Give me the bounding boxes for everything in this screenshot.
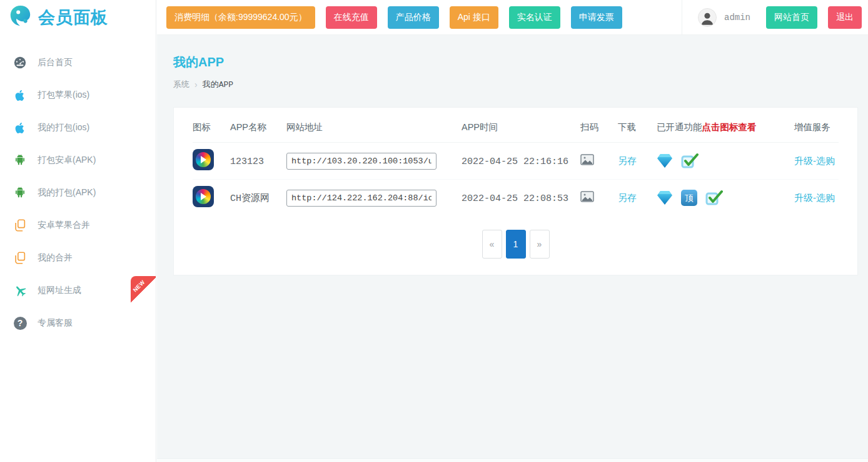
checkbox-feature-icon[interactable] <box>705 190 723 206</box>
android-icon <box>13 185 28 200</box>
col-header-url: 网站地址 <box>286 111 462 143</box>
site-home-button[interactable]: 网站首页 <box>766 6 817 29</box>
invoice-button[interactable]: 申请发票 <box>571 6 622 29</box>
col-header-scan: 扫码 <box>580 111 618 143</box>
save-as-link[interactable]: 另存 <box>618 192 637 203</box>
features-cell <box>657 153 794 169</box>
page-title: 我的APP <box>173 54 858 71</box>
app-time: 2022-04-25 22:08:53 <box>462 193 568 204</box>
diamond-feature-icon[interactable] <box>657 153 673 168</box>
table-row: 123123 2022-04-25 22:16:16 另存 <box>193 143 839 180</box>
user-box: admin <box>693 8 755 27</box>
app-name: 123123 <box>230 157 264 167</box>
features-hint: 点击图标查看 <box>702 122 757 132</box>
sidebar-item-label: 打包安卓(APK) <box>38 155 96 166</box>
sidebar-item-short-url[interactable]: 短网址生成 NEW <box>0 274 156 307</box>
sidebar-item-label: 我的打包(APK) <box>38 187 96 198</box>
col-header-name: APP名称 <box>230 111 286 143</box>
sidebar-item-merge[interactable]: 安卓苹果合并 <box>0 209 156 242</box>
balance-details-button[interactable]: 消费明细（余额:99999624.00元） <box>166 6 315 29</box>
apple-icon <box>13 88 28 103</box>
sidebar-item-label: 打包苹果(ios) <box>38 90 89 101</box>
sidebar-item-label: 专属客服 <box>38 317 73 329</box>
col-header-download: 下载 <box>618 111 657 143</box>
avatar[interactable] <box>698 8 717 27</box>
brand-logo-icon <box>9 4 33 31</box>
app-url-input[interactable] <box>286 153 437 170</box>
sidebar-item-my-packages-ios[interactable]: 我的打包(ios) <box>0 111 156 144</box>
sidebar: 会员面板 后台首页 打包苹果(ios) <box>0 0 156 462</box>
app-time: 2022-04-25 22:16:16 <box>462 157 568 167</box>
dashboard-icon <box>13 55 28 70</box>
features-cell: 顶 <box>657 190 794 206</box>
breadcrumb-root[interactable]: 系统 <box>173 79 189 90</box>
sidebar-item-package-apk[interactable]: 打包安卓(APK) <box>0 144 156 177</box>
qr-scan-icon[interactable] <box>580 154 594 165</box>
sidebar-item-label: 我的合并 <box>38 252 73 264</box>
recharge-button[interactable]: 在线充值 <box>326 6 377 29</box>
checkbox-feature-icon[interactable] <box>681 153 699 169</box>
sidebar-item-support[interactable]: ? 专属客服 <box>0 307 156 339</box>
save-as-link[interactable]: 另存 <box>618 155 637 166</box>
sidebar-item-package-ios[interactable]: 打包苹果(ios) <box>0 79 156 111</box>
logout-button[interactable]: 退出 <box>828 6 862 29</box>
merge-files-icon <box>13 250 28 265</box>
breadcrumb-current: 我的APP <box>203 79 233 90</box>
app-url-input[interactable] <box>286 190 437 207</box>
main-content: 我的APP 系统 › 我的APP 图标 APP名称 网站地址 APP时间 扫码 … <box>157 35 868 462</box>
product-price-button[interactable]: 产品价格 <box>388 6 439 29</box>
brand-title: 会员面板 <box>38 6 108 29</box>
app-icon <box>193 186 214 207</box>
pagination-next-button[interactable]: » <box>530 230 550 259</box>
brand: 会员面板 <box>0 0 156 35</box>
android-icon <box>13 153 28 168</box>
plane-icon <box>13 283 28 298</box>
sidebar-item-label: 短网址生成 <box>38 285 81 296</box>
new-ribbon-badge: NEW <box>131 276 156 304</box>
sidebar-item-label: 后台首页 <box>38 57 73 68</box>
breadcrumb: 系统 › 我的APP <box>173 79 858 90</box>
realname-verify-button[interactable]: 实名认证 <box>509 6 560 29</box>
top-feature-icon[interactable]: 顶 <box>681 190 697 206</box>
sidebar-item-label: 我的打包(ios) <box>38 122 89 133</box>
sidebar-item-my-merge[interactable]: 我的合并 <box>0 242 156 274</box>
app-table: 图标 APP名称 网站地址 APP时间 扫码 下载 已开通功能点击图标查看 增值… <box>193 111 839 216</box>
merge-files-icon <box>13 218 28 233</box>
topbar-divider <box>682 0 682 35</box>
apple-icon <box>13 120 28 135</box>
sidebar-nav: 后台首页 打包苹果(ios) 我的打包(ios) <box>0 46 156 339</box>
pagination: « 1 » <box>193 230 839 259</box>
api-button[interactable]: Api 接口 <box>450 6 498 29</box>
app-table-panel: 图标 APP名称 网站地址 APP时间 扫码 下载 已开通功能点击图标查看 增值… <box>173 107 858 275</box>
chevron-right-icon: › <box>194 80 198 90</box>
table-header-row: 图标 APP名称 网站地址 APP时间 扫码 下载 已开通功能点击图标查看 增值… <box>193 111 839 143</box>
sidebar-item-label: 安卓苹果合并 <box>38 220 90 231</box>
qr-scan-icon[interactable] <box>580 191 594 202</box>
app-name: CH资源网 <box>230 193 270 204</box>
app-icon <box>193 149 214 170</box>
sidebar-item-dashboard[interactable]: 后台首页 <box>0 46 156 79</box>
footer-strip <box>157 458 868 462</box>
upgrade-link[interactable]: 升级-选购 <box>794 155 835 166</box>
pagination-prev-button[interactable]: « <box>482 230 502 259</box>
help-icon: ? <box>13 316 28 331</box>
col-header-icon: 图标 <box>193 111 230 143</box>
upgrade-link[interactable]: 升级-选购 <box>794 192 835 203</box>
table-row: CH资源网 2022-04-25 22:08:53 另存 <box>193 180 839 217</box>
col-header-time: APP时间 <box>462 111 580 143</box>
topbar: 消费明细（余额:99999624.00元） 在线充值 产品价格 Api 接口 实… <box>157 0 868 35</box>
diamond-feature-icon[interactable] <box>657 190 673 205</box>
col-header-features: 已开通功能点击图标查看 <box>657 111 794 143</box>
col-header-service: 增值服务 <box>794 111 839 143</box>
username-label: admin <box>724 13 750 23</box>
sidebar-item-my-packages-apk[interactable]: 我的打包(APK) <box>0 177 156 209</box>
pagination-page-1-button[interactable]: 1 <box>506 230 526 259</box>
